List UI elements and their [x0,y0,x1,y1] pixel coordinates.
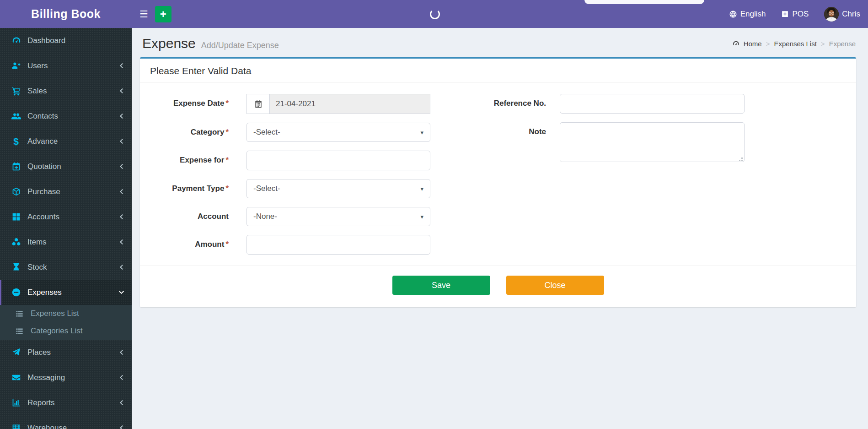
expense-for-input[interactable] [246,151,430,170]
breadcrumb-home[interactable]: Home [744,40,762,48]
required-marker: * [225,99,229,108]
breadcrumb-current: Expense [829,40,856,48]
sidebar-item-stock[interactable]: Stock [0,255,132,280]
payment-type-select-value: -Select- [253,184,280,193]
expenses-submenu: Expenses List Categories List [0,305,132,340]
sidebar-item-dashboard[interactable]: Dashboard [0,28,132,53]
form-left-column: Expense Date* Category* -Select- ▾ [140,94,436,263]
reference-no-row: Reference No. [436,94,747,114]
sidebar-item-label: Quotation [27,162,61,171]
chevron-left-icon [118,63,124,69]
sidebar-item-reports[interactable]: Reports [0,390,132,415]
sidebar-item-categories-list[interactable]: Categories List [0,322,132,340]
note-textarea[interactable] [560,122,745,162]
breadcrumb: Home > Expenses List > Expense [732,40,856,48]
sidebar-item-items[interactable]: Items [0,229,132,255]
sidebar-item-label: Sales [27,87,47,96]
caret-down-icon: ▾ [420,213,423,220]
resize-grip-icon[interactable] [738,157,743,161]
minus-circle-icon [11,288,21,298]
sidebar-item-quotation[interactable]: Quotation [0,154,132,179]
chevron-left-icon [118,214,124,220]
sidebar-item-contacts[interactable]: Contacts [0,103,132,129]
note-row: Note [436,122,747,164]
required-marker: * [225,184,229,193]
payment-type-select[interactable]: -Select- ▾ [246,179,430,198]
breadcrumb-expenses-list[interactable]: Expenses List [774,40,816,48]
sidebar-item-label: Categories List [31,326,82,336]
chevron-down-icon [118,289,124,295]
sidebar-item-users[interactable]: Users [0,53,132,78]
sidebar-item-label: Reports [27,398,55,407]
sidebar-nav: Dashboard Users Sales Contacts $ Advance… [0,28,132,429]
expense-for-row: Expense for* [140,151,436,170]
chevron-left-icon [118,88,124,94]
sidebar-item-places[interactable]: Places [0,340,132,365]
topbar-menu: English POS Chri [721,0,868,28]
close-button[interactable]: Close [506,276,604,295]
language-menu[interactable]: English [721,0,774,28]
expense-for-label: Expense for* [140,151,229,170]
save-button[interactable]: Save [392,276,490,295]
chevron-left-icon [118,138,124,144]
popup-artifact [584,0,704,4]
payment-type-label: Payment Type* [140,179,229,198]
form-body: Expense Date* Category* -Select- ▾ [140,83,856,265]
quick-add-button[interactable]: + [155,6,171,22]
pos-button[interactable]: POS [773,0,816,28]
cubes-icon [11,237,21,247]
pos-label: POS [792,10,809,19]
expense-date-label: Expense Date* [140,94,229,114]
account-label: Account [140,207,229,226]
loading-spinner-icon [430,9,440,19]
user-menu[interactable]: Chris [816,0,868,28]
category-select[interactable]: -Select- ▾ [246,123,430,142]
form-footer: Save Close [140,265,856,307]
app-logo[interactable]: Billing Book [0,0,132,28]
sidebar-item-label: Places [27,348,51,357]
sidebar-item-accounts[interactable]: Accounts [0,204,132,229]
category-label: Category* [140,123,229,142]
language-label: English [740,10,766,19]
page-subtitle: Add/Update Expense [201,41,279,50]
sidebar-item-label: Dashboard [27,36,65,45]
expense-date-input[interactable] [270,94,430,114]
plus-square-icon [781,10,789,18]
bar-chart-icon [11,398,21,408]
sidebar-item-warehouse[interactable]: Warehouse [0,415,132,429]
sidebar-item-label: Expenses [27,288,62,297]
form-right-column: Reference No. Note [436,94,747,263]
language-icon [729,10,737,18]
user-plus-icon [11,61,21,71]
sidebar-item-label: Accounts [27,212,59,222]
cart-icon [11,86,21,96]
sidebar-item-purchase[interactable]: Purchase [0,179,132,204]
sidebar-item-sales[interactable]: Sales [0,78,132,103]
home-dashboard-icon [732,40,739,47]
reference-no-label: Reference No. [436,94,546,114]
topbar-main: ☰ + English POS [132,0,868,28]
account-select[interactable]: -None- ▾ [246,207,430,226]
sidebar-toggle-icon[interactable]: ☰ [132,0,155,28]
caret-down-icon: ▾ [420,185,423,192]
calendar-icon[interactable] [246,94,270,114]
list-icon [15,310,25,318]
sidebar-item-label: Warehouse [27,424,67,429]
sidebar-item-advance[interactable]: $ Advance [0,129,132,154]
payment-type-row: Payment Type* -Select- ▾ [140,179,436,198]
sidebar-item-expenses-list[interactable]: Expenses List [0,305,132,322]
sidebar-item-expenses[interactable]: Expenses [0,280,132,305]
amount-input[interactable] [246,235,430,255]
reference-no-input[interactable] [560,94,745,114]
main-content: Expense Add/Update Expense Home > Expens… [132,28,868,429]
sidebar-item-label: Items [27,238,47,247]
envelope-icon [11,373,21,383]
avatar [824,7,839,22]
caret-down-icon: ▾ [420,129,423,136]
amount-label: Amount* [140,235,229,255]
cube-icon [11,187,21,197]
dollar-icon: $ [11,136,21,147]
sidebar-item-messaging[interactable]: Messaging [0,365,132,390]
amount-row: Amount* [140,235,436,255]
users-icon [11,111,21,121]
